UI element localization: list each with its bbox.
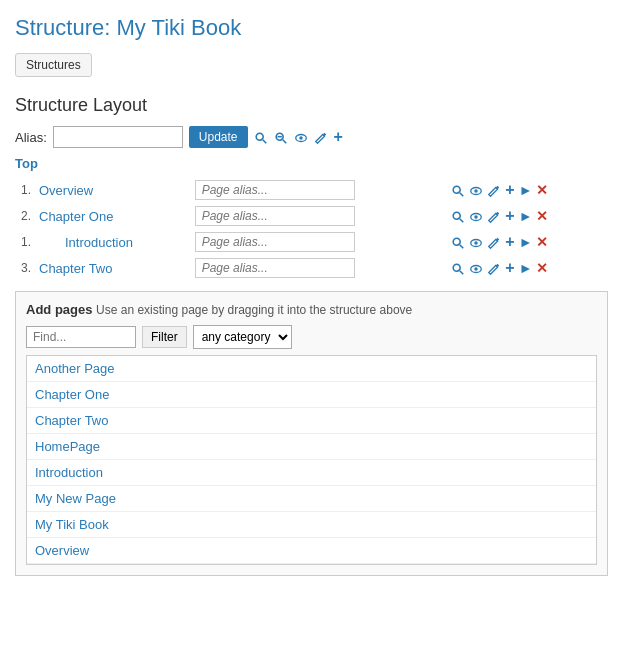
add-pages-header: Add pages Use an existing page by draggi… [26, 302, 597, 317]
list-item[interactable]: Another Page [27, 356, 596, 382]
row-alias-input[interactable] [195, 258, 355, 278]
page-title: Structure: My Tiki Book [15, 15, 608, 41]
svg-line-8 [460, 193, 464, 197]
row-number: 2. [15, 203, 35, 229]
row-add-icon[interactable]: + [505, 182, 514, 198]
row-remove-icon[interactable]: ✕ [536, 182, 548, 198]
edit-icon[interactable] [314, 129, 328, 145]
page-link[interactable]: Introduction [65, 235, 133, 250]
find-input[interactable] [26, 326, 136, 348]
row-number: 3. [15, 255, 35, 281]
list-item[interactable]: Overview [27, 538, 596, 564]
row-icons: + ► ✕ [451, 182, 604, 198]
table-row: 3.Chapter Two + ► ✕ [15, 255, 608, 281]
row-arrow-icon[interactable]: ► [519, 182, 533, 198]
row-add-icon[interactable]: + [505, 208, 514, 224]
svg-line-4 [282, 140, 286, 144]
row-search-icon[interactable] [451, 260, 465, 276]
row-add-icon[interactable]: + [505, 260, 514, 276]
row-search-icon[interactable] [451, 182, 465, 198]
svg-point-18 [475, 241, 479, 245]
row-eye-icon[interactable] [469, 260, 483, 276]
svg-point-11 [453, 212, 460, 219]
row-eye-icon[interactable] [469, 208, 483, 224]
row-remove-icon[interactable]: ✕ [536, 260, 548, 276]
search-icon[interactable] [254, 129, 268, 145]
svg-line-12 [460, 219, 464, 223]
row-arrow-icon[interactable]: ► [519, 208, 533, 224]
section-title: Structure Layout [15, 95, 608, 116]
row-edit-icon[interactable] [487, 208, 501, 224]
row-edit-icon[interactable] [487, 182, 501, 198]
row-alias-input[interactable] [195, 180, 355, 200]
list-item[interactable]: Chapter One [27, 382, 596, 408]
alias-label: Alias: [15, 130, 47, 145]
table-row: 1.Introduction + ► ✕ [15, 229, 608, 255]
add-pages-section: Add pages Use an existing page by draggi… [15, 291, 608, 576]
list-item[interactable]: Testing page [27, 564, 596, 565]
structure-table: 1.Overview + ► ✕ 2.Chapter One [15, 177, 608, 281]
svg-line-20 [460, 271, 464, 275]
row-number: 1. [15, 229, 35, 255]
row-alias-input[interactable] [195, 206, 355, 226]
page-link[interactable]: Overview [39, 183, 93, 198]
svg-line-1 [262, 140, 266, 144]
alias-input[interactable] [53, 126, 183, 148]
add-pages-label: Add pages [26, 302, 92, 317]
row-edit-icon[interactable] [487, 260, 501, 276]
list-item[interactable]: My New Page [27, 486, 596, 512]
top-label: Top [15, 156, 608, 171]
row-number: 1. [15, 177, 35, 203]
row-icons: + ► ✕ [451, 234, 604, 250]
row-icons: + ► ✕ [451, 260, 604, 276]
eye-icon[interactable] [294, 129, 308, 145]
svg-point-22 [475, 267, 479, 271]
svg-point-6 [299, 136, 303, 140]
table-row: 1.Overview + ► ✕ [15, 177, 608, 203]
list-item[interactable]: Introduction [27, 460, 596, 486]
filter-button[interactable]: Filter [142, 326, 187, 348]
svg-line-16 [460, 245, 464, 249]
row-search-icon[interactable] [451, 234, 465, 250]
row-remove-icon[interactable]: ✕ [536, 208, 548, 224]
page-link[interactable]: Chapter One [39, 209, 113, 224]
svg-point-0 [256, 133, 263, 140]
add-icon[interactable]: + [334, 128, 343, 146]
update-button[interactable]: Update [189, 126, 248, 148]
structures-button[interactable]: Structures [15, 53, 92, 77]
svg-point-14 [475, 215, 479, 219]
row-arrow-icon[interactable]: ► [519, 234, 533, 250]
category-select[interactable]: any category [193, 325, 292, 349]
row-edit-icon[interactable] [487, 234, 501, 250]
row-arrow-icon[interactable]: ► [519, 260, 533, 276]
svg-point-7 [453, 186, 460, 193]
row-remove-icon[interactable]: ✕ [536, 234, 548, 250]
svg-point-15 [453, 238, 460, 245]
table-row: 2.Chapter One + ► ✕ [15, 203, 608, 229]
page-link[interactable]: Chapter Two [39, 261, 112, 276]
svg-point-10 [475, 189, 479, 193]
row-search-icon[interactable] [451, 208, 465, 224]
pages-list: Another PageChapter OneChapter TwoHomePa… [26, 355, 597, 565]
zoom-out-icon[interactable] [274, 129, 288, 145]
row-eye-icon[interactable] [469, 234, 483, 250]
row-eye-icon[interactable] [469, 182, 483, 198]
row-icons: + ► ✕ [451, 208, 604, 224]
list-item[interactable]: Chapter Two [27, 408, 596, 434]
list-item[interactable]: My Tiki Book [27, 512, 596, 538]
list-item[interactable]: HomePage [27, 434, 596, 460]
row-alias-input[interactable] [195, 232, 355, 252]
row-add-icon[interactable]: + [505, 234, 514, 250]
add-pages-note: Use an existing page by dragging it into… [96, 303, 412, 317]
svg-point-19 [453, 264, 460, 271]
